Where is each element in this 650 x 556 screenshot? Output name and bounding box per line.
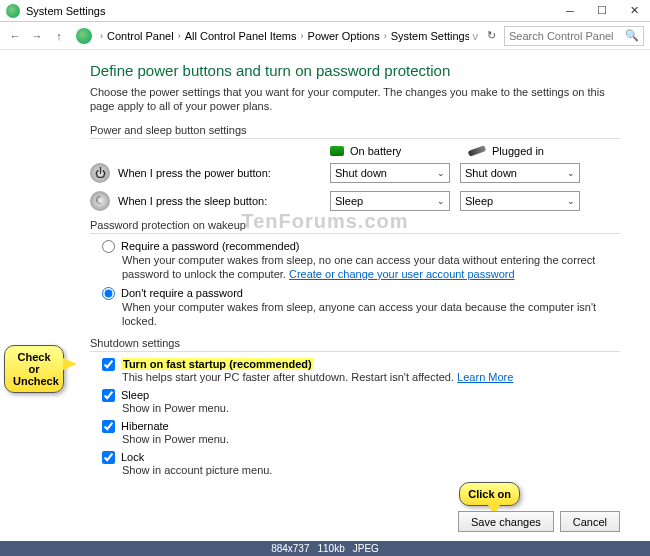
refresh-button[interactable]: ↻ <box>482 29 500 42</box>
page-heading: Define power buttons and turn on passwor… <box>90 62 620 79</box>
forward-button[interactable]: → <box>28 27 46 45</box>
control-panel-icon <box>76 28 92 44</box>
search-input[interactable] <box>509 30 621 42</box>
breadcrumb[interactable]: ›Control Panel ›All Control Panel Items … <box>100 30 469 42</box>
callout-click-on: Click on <box>459 482 520 506</box>
page-description: Choose the power settings that you want … <box>90 85 620 114</box>
sleep-button-battery-select[interactable]: Sleep⌄ <box>330 191 450 211</box>
minimize-button[interactable]: ─ <box>554 0 586 22</box>
section-power-sleep: Power and sleep button settings <box>90 124 620 139</box>
maximize-button[interactable]: ☐ <box>586 0 618 22</box>
checkbox-fast-startup[interactable]: Turn on fast startup (recommended) <box>102 358 620 371</box>
chevron-down-icon: ⌄ <box>437 168 445 178</box>
radio-dont-require-password[interactable]: Don't require a password <box>102 287 620 300</box>
checkbox-lock[interactable]: Lock <box>102 451 620 464</box>
power-button-plugged-select[interactable]: Shut down⌄ <box>460 163 580 183</box>
plug-icon <box>468 145 487 157</box>
chevron-down-icon: ⌄ <box>437 196 445 206</box>
link-learn-more[interactable]: Learn More <box>457 371 513 383</box>
sleep-button-plugged-select[interactable]: Sleep⌄ <box>460 191 580 211</box>
sleep-icon: ☾ <box>90 191 110 211</box>
checkbox-sleep[interactable]: Sleep <box>102 389 620 402</box>
checkbox-hibernate[interactable]: Hibernate <box>102 420 620 433</box>
battery-icon <box>330 146 344 156</box>
chevron-down-icon: ⌄ <box>567 168 575 178</box>
search-box[interactable]: 🔍 <box>504 26 644 46</box>
image-footer: 884x737110kbJPEG <box>0 541 650 556</box>
nav-bar: ← → ↑ ›Control Panel ›All Control Panel … <box>0 22 650 50</box>
section-password: Password protection on wakeup <box>90 219 620 234</box>
power-icon: ⏻ <box>90 163 110 183</box>
power-button-battery-select[interactable]: Shut down⌄ <box>330 163 450 183</box>
cancel-button[interactable]: Cancel <box>560 511 620 532</box>
app-icon <box>6 4 20 18</box>
chevron-down-icon: ⌄ <box>567 196 575 206</box>
radio-require-password[interactable]: Require a password (recommended) <box>102 240 620 253</box>
search-icon: 🔍 <box>625 29 639 42</box>
up-button[interactable]: ↑ <box>50 27 68 45</box>
save-changes-button[interactable]: Save changes <box>458 511 554 532</box>
close-button[interactable]: ✕ <box>618 0 650 22</box>
section-shutdown: Shutdown settings <box>90 337 620 352</box>
title-bar: System Settings ─ ☐ ✕ <box>0 0 650 22</box>
window-title: System Settings <box>26 5 554 17</box>
back-button[interactable]: ← <box>6 27 24 45</box>
callout-check-uncheck: Check or Uncheck <box>4 345 64 393</box>
link-create-password[interactable]: Create or change your user account passw… <box>289 268 515 280</box>
